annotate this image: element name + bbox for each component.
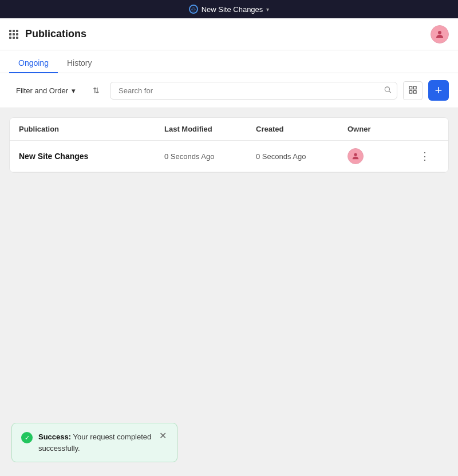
svg-rect-4 <box>413 86 416 89</box>
publications-table: Publication Last Modified Created Owner … <box>9 117 449 173</box>
site-icon: ◎ <box>189 5 198 14</box>
tab-history[interactable]: History <box>58 54 101 73</box>
sort-button[interactable]: ⇅ <box>88 82 104 98</box>
filter-chevron-icon: ▾ <box>72 86 76 95</box>
last-modified-value: 0 Seconds Ago <box>164 152 256 161</box>
table-row[interactable]: New Site Changes 0 Seconds Ago 0 Seconds… <box>10 141 448 172</box>
filter-order-label: Filter and Order <box>16 86 68 95</box>
top-bar-chevron-icon[interactable]: ▾ <box>266 6 269 13</box>
sort-icon: ⇅ <box>93 86 100 95</box>
top-bar: ◎ New Site Changes ▾ <box>0 0 458 18</box>
created-value: 0 Seconds Ago <box>256 152 348 161</box>
toast-close-button[interactable]: ✕ <box>158 431 168 441</box>
header: Publications <box>0 18 458 50</box>
app-grid-icon[interactable] <box>9 30 18 39</box>
search-input[interactable] <box>110 82 397 100</box>
view-toggle-button[interactable] <box>403 81 423 100</box>
add-publication-button[interactable]: + <box>428 80 449 101</box>
toast-success-label: Success: <box>38 433 71 441</box>
toolbar: Filter and Order ▾ ⇅ + <box>0 73 458 108</box>
col-header-created: Created <box>256 125 348 133</box>
col-header-last-modified: Last Modified <box>164 125 256 133</box>
owner-avatar <box>348 148 364 164</box>
table-header: Publication Last Modified Created Owner <box>10 118 448 141</box>
col-header-publication: Publication <box>19 125 164 133</box>
search-box <box>110 82 397 100</box>
publication-name: New Site Changes <box>19 152 164 161</box>
svg-rect-6 <box>413 90 416 93</box>
top-bar-title: New Site Changes <box>202 5 263 14</box>
svg-line-2 <box>389 91 391 93</box>
tabs-bar: Ongoing History <box>0 50 458 73</box>
search-icon <box>384 86 392 96</box>
row-more-button[interactable]: ⋮ <box>416 148 433 165</box>
view-grid-icon <box>408 87 417 96</box>
toast-success-icon: ✓ <box>21 432 33 443</box>
svg-point-0 <box>438 31 441 34</box>
col-header-actions <box>416 125 439 133</box>
svg-point-1 <box>385 87 389 92</box>
svg-rect-5 <box>409 90 412 93</box>
toast-notification: ✓ Success: Your request completed succes… <box>11 423 177 462</box>
add-icon: + <box>435 84 443 97</box>
svg-point-7 <box>354 153 357 156</box>
user-avatar[interactable] <box>431 25 449 43</box>
row-actions-cell: ⋮ <box>416 148 439 165</box>
page-title: Publications <box>25 28 86 40</box>
tab-ongoing[interactable]: Ongoing <box>9 54 58 73</box>
filter-order-button[interactable]: Filter and Order ▾ <box>9 83 82 98</box>
svg-rect-3 <box>409 86 412 89</box>
toast-message: Success: Your request completed successf… <box>38 431 152 454</box>
owner-cell <box>348 148 416 164</box>
col-header-owner: Owner <box>348 125 416 133</box>
